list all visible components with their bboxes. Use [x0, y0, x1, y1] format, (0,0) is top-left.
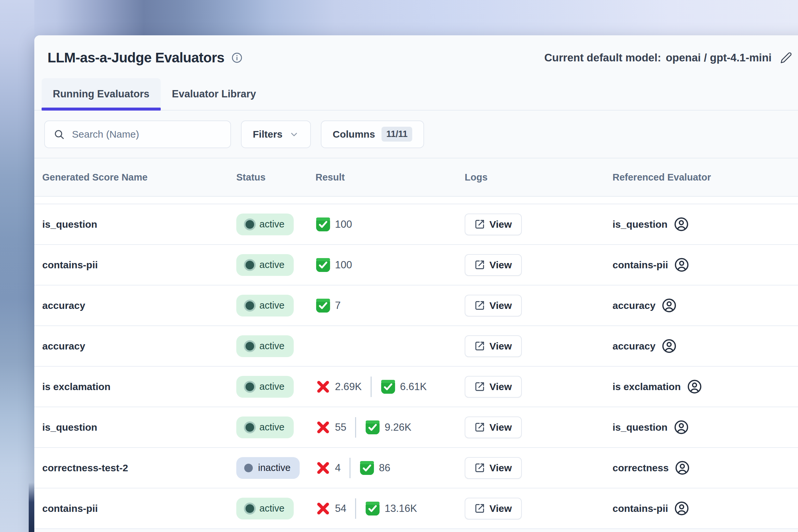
table-row: contains-pii active 54 13.16K [34, 489, 798, 529]
status-badge: active [236, 498, 294, 519]
table-header: Generated Score Name Status Result Logs … [34, 158, 798, 197]
pencil-icon[interactable] [780, 52, 792, 64]
view-logs-button[interactable]: View [465, 457, 522, 479]
x-mark-icon [316, 379, 331, 394]
user-circle-icon [661, 338, 677, 354]
check-square-icon [359, 460, 375, 476]
fail-count: 55 [316, 420, 346, 435]
pass-count: 100 [316, 217, 352, 232]
chevron-down-icon [289, 129, 299, 139]
table-row: is exclamation active 2.69K 6.61K [34, 367, 798, 407]
result-cell: 54 13.16K [316, 498, 465, 519]
user-circle-icon [687, 379, 702, 394]
pass-count: 86 [359, 460, 390, 476]
search-input[interactable] [72, 129, 222, 140]
check-square-icon [365, 420, 380, 435]
table-row: is_question active 55 9.26K [34, 407, 798, 448]
score-name: contains-pii [42, 260, 98, 270]
result-cell: 55 9.26K [316, 417, 465, 438]
table-toolbar: Filters Columns 11/11 [34, 111, 798, 158]
wallpaper-dark-streak [29, 482, 34, 532]
search-box[interactable] [44, 120, 231, 148]
referenced-evaluator: accuracy [612, 338, 798, 354]
check-square-icon [381, 379, 396, 394]
tab-evaluator-library[interactable]: Evaluator Library [161, 78, 267, 110]
external-link-icon [475, 463, 485, 473]
pass-count: 7 [316, 298, 341, 313]
score-name: is_question [42, 219, 97, 230]
result-cell: 100 [316, 217, 465, 232]
score-name: is_question [42, 422, 97, 433]
check-square-icon [365, 501, 380, 516]
referenced-evaluator: is exclamation [612, 379, 798, 394]
external-link-icon [475, 260, 485, 270]
status-dot-icon [246, 220, 254, 229]
evaluators-panel: LLM-as-a-Judge Evaluators Current defaul… [34, 35, 798, 532]
default-model-value: openai / gpt-4.1-mini [666, 52, 772, 64]
table-row: accuracy active 7 View accur [34, 285, 798, 326]
column-header-status: Status [236, 172, 316, 183]
pass-count: 13.16K [365, 501, 417, 516]
view-logs-button[interactable]: View [465, 335, 522, 357]
status-badge: active [236, 254, 294, 276]
status-badge: active [236, 213, 294, 235]
referenced-evaluator: contains-pii [612, 501, 798, 516]
check-square-icon [316, 217, 331, 232]
x-mark-icon [316, 420, 331, 435]
status-dot-icon [246, 382, 254, 391]
status-badge: active [236, 335, 294, 357]
referenced-evaluator: accuracy [612, 298, 798, 313]
status-badge: active [236, 295, 294, 317]
fail-count: 4 [316, 460, 341, 476]
view-logs-button[interactable]: View [465, 295, 522, 317]
columns-button[interactable]: Columns 11/11 [321, 120, 424, 148]
filters-button[interactable]: Filters [241, 120, 311, 148]
status-dot-icon [246, 261, 254, 269]
score-name: accuracy [42, 300, 85, 311]
score-name: is exclamation [42, 381, 111, 392]
tab-running-evaluators[interactable]: Running Evaluators [42, 78, 161, 110]
result-divider [355, 417, 356, 438]
pass-count: 6.61K [381, 379, 427, 394]
table-row: accuracy active View accuracy [34, 326, 798, 367]
referenced-evaluator: correctness [612, 460, 798, 476]
view-logs-button[interactable]: View [465, 213, 522, 235]
tabs: Running Evaluators Evaluator Library [34, 78, 798, 111]
status-dot-icon [246, 504, 254, 513]
check-square-icon [316, 258, 331, 272]
referenced-evaluator: is_question [612, 216, 798, 232]
default-model-label: Current default model: [544, 52, 661, 64]
status-badge: active [236, 417, 294, 438]
x-mark-icon [316, 460, 331, 476]
referenced-evaluator: is_question [612, 419, 798, 435]
user-circle-icon [674, 257, 689, 272]
referenced-evaluator: contains-pii [612, 257, 798, 272]
fail-count: 2.69K [316, 379, 362, 394]
user-circle-icon [673, 419, 689, 435]
info-icon[interactable] [231, 52, 243, 64]
view-logs-button[interactable]: View [465, 417, 522, 438]
result-cell: 2.69K 6.61K [316, 377, 465, 397]
column-header-name: Generated Score Name [42, 172, 236, 183]
x-mark-icon [316, 501, 331, 516]
external-link-icon [475, 300, 485, 310]
score-name: contains-pii [42, 503, 98, 514]
table-row: is_question active 100 View [34, 204, 798, 245]
external-link-icon [475, 503, 485, 514]
view-logs-button[interactable]: View [465, 376, 522, 398]
table-row: contains-pii active 100 View [34, 245, 798, 285]
status-dot-icon [246, 342, 254, 350]
partially-scrolled-row [34, 197, 798, 204]
column-header-logs: Logs [465, 172, 612, 183]
pass-count: 9.26K [365, 420, 411, 435]
result-divider [370, 377, 372, 397]
view-logs-button[interactable]: View [465, 254, 522, 276]
view-logs-button[interactable]: View [465, 498, 522, 519]
page-title: LLM-as-a-Judge Evaluators [48, 50, 224, 66]
result-cell: 7 [316, 298, 465, 313]
table-row: correctness-test-2 inactive 4 86 [34, 448, 798, 489]
score-name: correctness-test-2 [42, 462, 128, 473]
fail-count: 54 [316, 501, 346, 516]
status-badge: active [236, 376, 294, 398]
user-circle-icon [673, 216, 689, 232]
